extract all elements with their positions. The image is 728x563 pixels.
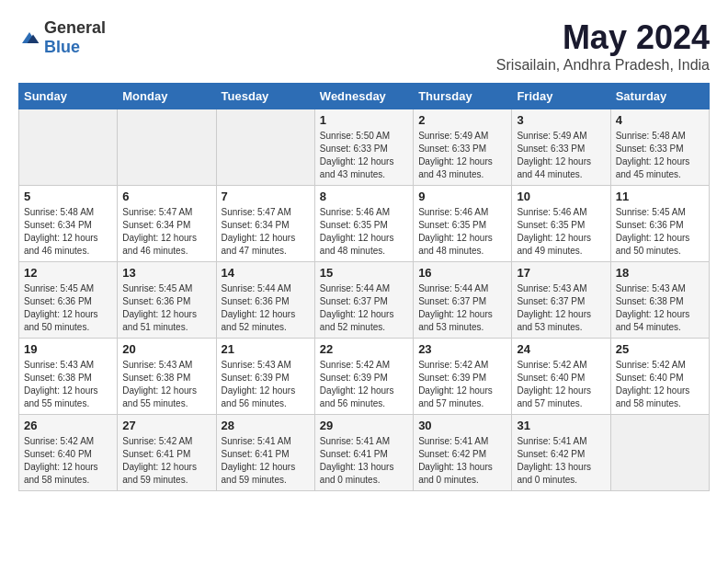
header-tuesday: Tuesday	[216, 84, 314, 109]
calendar-cell: 19Sunrise: 5:43 AMSunset: 6:38 PMDayligh…	[19, 339, 118, 415]
logo-general: General	[44, 18, 106, 37]
calendar-cell: 16Sunrise: 5:44 AMSunset: 6:37 PMDayligh…	[414, 262, 512, 339]
header-friday: Friday	[512, 84, 610, 109]
calendar-week-1: 1Sunrise: 5:50 AMSunset: 6:33 PMDaylight…	[19, 109, 710, 186]
header-saturday: Saturday	[610, 84, 709, 109]
calendar-cell: 1Sunrise: 5:50 AMSunset: 6:33 PMDaylight…	[314, 109, 413, 186]
day-info: Sunrise: 5:47 AMSunset: 6:34 PMDaylight:…	[222, 206, 310, 258]
calendar-cell: 11Sunrise: 5:45 AMSunset: 6:36 PMDayligh…	[610, 186, 709, 262]
day-info: Sunrise: 5:50 AMSunset: 6:33 PMDaylight:…	[320, 130, 408, 181]
day-info: Sunrise: 5:41 AMSunset: 6:42 PMDaylight:…	[517, 435, 605, 487]
calendar-cell: 7Sunrise: 5:47 AMSunset: 6:34 PMDaylight…	[216, 186, 314, 262]
header-wednesday: Wednesday	[314, 84, 413, 109]
calendar-cell	[118, 109, 216, 186]
day-number: 19	[24, 342, 112, 356]
calendar-cell: 26Sunrise: 5:42 AMSunset: 6:40 PMDayligh…	[19, 415, 118, 491]
day-number: 13	[122, 266, 210, 280]
day-number: 16	[418, 266, 506, 280]
calendar-cell	[216, 109, 314, 186]
calendar-cell: 5Sunrise: 5:48 AMSunset: 6:34 PMDaylight…	[19, 186, 118, 262]
day-info: Sunrise: 5:43 AMSunset: 6:39 PMDaylight:…	[222, 359, 310, 410]
calendar-cell: 2Sunrise: 5:49 AMSunset: 6:33 PMDaylight…	[414, 109, 512, 186]
day-info: Sunrise: 5:48 AMSunset: 6:33 PMDaylight:…	[616, 130, 704, 181]
day-number: 9	[418, 190, 506, 203]
day-number: 6	[122, 190, 210, 203]
day-number: 27	[122, 419, 210, 432]
calendar-cell: 6Sunrise: 5:47 AMSunset: 6:34 PMDaylight…	[118, 186, 216, 262]
day-info: Sunrise: 5:42 AMSunset: 6:39 PMDaylight:…	[320, 359, 408, 410]
day-info: Sunrise: 5:49 AMSunset: 6:33 PMDaylight:…	[517, 130, 605, 181]
day-number: 30	[418, 419, 506, 432]
day-number: 21	[222, 342, 310, 356]
day-info: Sunrise: 5:45 AMSunset: 6:36 PMDaylight:…	[616, 206, 704, 258]
day-number: 28	[222, 419, 310, 432]
day-info: Sunrise: 5:45 AMSunset: 6:36 PMDaylight:…	[122, 282, 210, 334]
page-header: General Blue May 2024 Srisailain, Andhra…	[18, 18, 710, 74]
page-title: May 2024	[496, 18, 710, 57]
calendar-cell: 8Sunrise: 5:46 AMSunset: 6:35 PMDaylight…	[314, 186, 413, 262]
calendar-cell: 15Sunrise: 5:44 AMSunset: 6:37 PMDayligh…	[314, 262, 413, 339]
day-info: Sunrise: 5:42 AMSunset: 6:41 PMDaylight:…	[122, 435, 210, 487]
day-number: 8	[320, 190, 408, 203]
calendar-cell: 29Sunrise: 5:41 AMSunset: 6:41 PMDayligh…	[314, 415, 413, 491]
day-number: 4	[616, 113, 704, 127]
day-number: 3	[517, 113, 605, 127]
day-number: 23	[418, 342, 506, 356]
day-number: 11	[616, 190, 704, 203]
header-monday: Monday	[118, 84, 216, 109]
calendar-cell: 25Sunrise: 5:42 AMSunset: 6:40 PMDayligh…	[610, 339, 709, 415]
day-info: Sunrise: 5:44 AMSunset: 6:37 PMDaylight:…	[418, 282, 506, 334]
calendar-header-row: SundayMondayTuesdayWednesdayThursdayFrid…	[19, 84, 710, 109]
day-info: Sunrise: 5:43 AMSunset: 6:38 PMDaylight:…	[122, 359, 210, 410]
calendar-cell: 17Sunrise: 5:43 AMSunset: 6:37 PMDayligh…	[512, 262, 610, 339]
day-info: Sunrise: 5:43 AMSunset: 6:38 PMDaylight:…	[616, 282, 704, 334]
page-subtitle: Srisailain, Andhra Pradesh, India	[496, 57, 710, 74]
day-info: Sunrise: 5:48 AMSunset: 6:34 PMDaylight:…	[24, 206, 112, 258]
day-info: Sunrise: 5:44 AMSunset: 6:37 PMDaylight:…	[320, 282, 408, 334]
calendar-cell: 21Sunrise: 5:43 AMSunset: 6:39 PMDayligh…	[216, 339, 314, 415]
calendar-cell: 23Sunrise: 5:42 AMSunset: 6:39 PMDayligh…	[414, 339, 512, 415]
day-info: Sunrise: 5:46 AMSunset: 6:35 PMDaylight:…	[517, 206, 605, 258]
day-info: Sunrise: 5:49 AMSunset: 6:33 PMDaylight:…	[418, 130, 506, 181]
day-info: Sunrise: 5:41 AMSunset: 6:41 PMDaylight:…	[320, 435, 408, 487]
calendar-cell: 30Sunrise: 5:41 AMSunset: 6:42 PMDayligh…	[414, 415, 512, 491]
calendar-cell: 28Sunrise: 5:41 AMSunset: 6:41 PMDayligh…	[216, 415, 314, 491]
day-number: 5	[24, 190, 112, 203]
day-number: 31	[517, 419, 605, 432]
day-number: 25	[616, 342, 704, 356]
title-section: May 2024 Srisailain, Andhra Pradesh, Ind…	[496, 18, 710, 74]
calendar-cell: 24Sunrise: 5:42 AMSunset: 6:40 PMDayligh…	[512, 339, 610, 415]
day-number: 29	[320, 419, 408, 432]
day-info: Sunrise: 5:42 AMSunset: 6:39 PMDaylight:…	[418, 359, 506, 410]
calendar-cell: 12Sunrise: 5:45 AMSunset: 6:36 PMDayligh…	[19, 262, 118, 339]
day-info: Sunrise: 5:41 AMSunset: 6:42 PMDaylight:…	[418, 435, 506, 487]
day-number: 20	[122, 342, 210, 356]
day-info: Sunrise: 5:46 AMSunset: 6:35 PMDaylight:…	[320, 206, 408, 258]
day-number: 17	[517, 266, 605, 280]
day-number: 22	[320, 342, 408, 356]
day-info: Sunrise: 5:44 AMSunset: 6:36 PMDaylight:…	[222, 282, 310, 334]
day-number: 15	[320, 266, 408, 280]
calendar-cell: 4Sunrise: 5:48 AMSunset: 6:33 PMDaylight…	[610, 109, 709, 186]
day-info: Sunrise: 5:42 AMSunset: 6:40 PMDaylight:…	[616, 359, 704, 410]
calendar-cell: 27Sunrise: 5:42 AMSunset: 6:41 PMDayligh…	[118, 415, 216, 491]
calendar-cell: 10Sunrise: 5:46 AMSunset: 6:35 PMDayligh…	[512, 186, 610, 262]
calendar-cell: 13Sunrise: 5:45 AMSunset: 6:36 PMDayligh…	[118, 262, 216, 339]
day-info: Sunrise: 5:42 AMSunset: 6:40 PMDaylight:…	[517, 359, 605, 410]
calendar-cell: 18Sunrise: 5:43 AMSunset: 6:38 PMDayligh…	[610, 262, 709, 339]
logo-blue: Blue	[44, 38, 80, 56]
day-number: 26	[24, 419, 112, 432]
calendar-week-3: 12Sunrise: 5:45 AMSunset: 6:36 PMDayligh…	[19, 262, 710, 339]
day-info: Sunrise: 5:42 AMSunset: 6:40 PMDaylight:…	[24, 435, 112, 487]
calendar-cell: 22Sunrise: 5:42 AMSunset: 6:39 PMDayligh…	[314, 339, 413, 415]
day-number: 12	[24, 266, 112, 280]
calendar-cell: 3Sunrise: 5:49 AMSunset: 6:33 PMDaylight…	[512, 109, 610, 186]
header-thursday: Thursday	[414, 84, 512, 109]
calendar-table: SundayMondayTuesdayWednesdayThursdayFrid…	[18, 83, 710, 491]
day-info: Sunrise: 5:43 AMSunset: 6:38 PMDaylight:…	[24, 359, 112, 410]
calendar-cell	[610, 415, 709, 491]
day-info: Sunrise: 5:41 AMSunset: 6:41 PMDaylight:…	[222, 435, 310, 487]
day-number: 2	[418, 113, 506, 127]
day-number: 24	[517, 342, 605, 356]
day-number: 10	[517, 190, 605, 203]
